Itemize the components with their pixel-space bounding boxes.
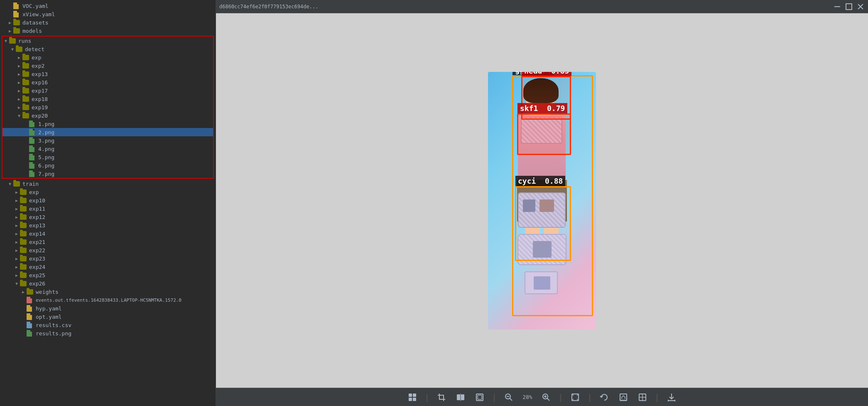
tree-item-voc-yaml[interactable]: VOC.yaml: [0, 2, 216, 10]
folder-icon: [9, 37, 17, 44]
download-button[interactable]: [664, 391, 679, 404]
tree-item-label: exp12: [29, 214, 45, 220]
expand-arrow: ▶: [13, 240, 20, 244]
folder-icon: [20, 189, 27, 195]
expand-arrow: ▶: [13, 265, 20, 269]
tree-item-weights[interactable]: ▶ weights: [0, 288, 216, 296]
expand-arrow: ▶: [16, 97, 22, 101]
folder-icon: [22, 87, 30, 94]
tree-item-label: events.out.tfevents.1642838433.LAPTOP-HC…: [36, 298, 181, 303]
zoom-out-button[interactable]: [501, 391, 517, 404]
tree-item-hyp-yaml[interactable]: hyp.yaml: [0, 304, 216, 312]
file-icon: [29, 145, 37, 152]
tree-item-train-exp13[interactable]: ▶ exp13: [0, 221, 216, 229]
tree-item-label: exp18: [32, 96, 48, 102]
folder-icon: [20, 280, 27, 287]
tree-item-results-csv[interactable]: results.csv: [0, 321, 216, 329]
tree-item-datasets[interactable]: ▶ datasets: [0, 18, 216, 27]
tree-item-7png[interactable]: 7.png: [2, 170, 213, 178]
viewer-content: gg 0.74 head 0.85 skf1 0.79 cyci 0.88: [216, 13, 868, 388]
tree-item-results-png[interactable]: results.png: [0, 329, 216, 337]
frame-button[interactable]: [472, 391, 488, 404]
resize-button[interactable]: [635, 391, 650, 404]
det-box-skf1: skf1 0.79: [517, 113, 571, 155]
grid-view-button[interactable]: [405, 391, 420, 404]
tree-item-opt-yaml[interactable]: opt.yaml: [0, 312, 216, 321]
expand-arrow: ▼: [2, 39, 9, 43]
svg-rect-25: [620, 394, 627, 401]
folder-icon: [22, 96, 30, 102]
tree-item-label: exp24: [29, 264, 45, 270]
tree-item-label: train: [22, 181, 39, 187]
tree-item-exp25[interactable]: ▶ exp25: [0, 271, 216, 279]
tree-item-exp13[interactable]: ▶ exp13: [2, 70, 213, 78]
crop-button[interactable]: [434, 391, 449, 404]
tree-item-3png[interactable]: 3.png: [2, 136, 213, 145]
svg-rect-4: [409, 394, 412, 397]
folder-icon: [27, 288, 34, 295]
tree-item-exp18[interactable]: ▶ exp18: [2, 95, 213, 103]
tree-item-models[interactable]: ▶ models: [0, 27, 216, 35]
tree-item-label: exp2: [32, 63, 44, 69]
tree-item-exp21[interactable]: ▶ exp21: [0, 238, 216, 246]
tree-item-exp11[interactable]: ▶ exp11: [0, 204, 216, 213]
tree-item-label: 5.png: [38, 154, 54, 160]
folder-icon: [22, 104, 30, 111]
fit-window-button[interactable]: [567, 391, 583, 404]
svg-rect-5: [413, 394, 416, 397]
tree-item-label: 4.png: [38, 146, 54, 152]
minimize-icon[interactable]: [833, 2, 841, 11]
file-icon: [27, 322, 34, 328]
tree-item-5png[interactable]: 5.png: [2, 153, 213, 161]
tree-item-4png[interactable]: 4.png: [2, 145, 213, 153]
tree-item-runs[interactable]: ▼ runs: [2, 37, 213, 45]
folder-icon: [20, 272, 27, 278]
tree-item-exp17[interactable]: ▶ exp17: [2, 86, 213, 95]
folder-icon: [20, 247, 27, 253]
tree-item-exp10[interactable]: ▶ exp10: [0, 196, 216, 204]
toolbar-sep-2: |: [491, 392, 498, 402]
edit-button[interactable]: [615, 391, 631, 404]
tree-item-xview-yaml[interactable]: xView.yaml: [0, 10, 216, 18]
tree-item-events[interactable]: events.out.tfevents.1642838433.LAPTOP-HC…: [0, 296, 216, 304]
tree-item-1png[interactable]: 1.png: [2, 120, 213, 128]
tree-item-exp19[interactable]: ▶ exp19: [2, 103, 213, 111]
expand-arrow: ▼: [7, 182, 13, 186]
tree-item-train-exp[interactable]: ▶ exp: [0, 188, 216, 196]
rotate-button[interactable]: [596, 391, 612, 404]
folder-icon: [20, 197, 27, 204]
tree-item-2png[interactable]: 2.png: [2, 128, 213, 136]
compare-button[interactable]: [453, 391, 468, 404]
zoom-in-button[interactable]: [538, 391, 554, 404]
tree-item-exp[interactable]: ▶ exp: [2, 53, 213, 62]
tree-item-exp23[interactable]: ▶ exp23: [0, 254, 216, 263]
tree-item-label: exp20: [32, 113, 48, 119]
folder-icon: [20, 205, 27, 212]
tree-item-exp2[interactable]: ▶ exp2: [2, 62, 213, 70]
tree-item-exp12[interactable]: ▶ exp12: [0, 213, 216, 221]
det-box-cyci: cyci 0.88: [515, 186, 571, 261]
expand-arrow: ▶: [13, 248, 20, 253]
tree-item-exp26[interactable]: ▼ exp26: [0, 279, 216, 288]
tree-item-detect[interactable]: ▼ detect: [2, 45, 213, 53]
tree-item-train[interactable]: ▼ train: [0, 180, 216, 188]
file-icon: [29, 162, 37, 169]
tree-item-exp16[interactable]: ▶ exp16: [2, 78, 213, 86]
tree-item-label: exp13: [32, 71, 48, 77]
tree-item-exp24[interactable]: ▶ exp24: [0, 263, 216, 271]
tree-item-label: opt.yaml: [36, 314, 62, 320]
close-icon[interactable]: [856, 2, 865, 11]
maximize-icon[interactable]: [845, 2, 853, 11]
viewer-title: d6860cc74ef6e2f0f779153ec694de...: [219, 4, 833, 10]
tree-item-6png[interactable]: 6.png: [2, 161, 213, 170]
tree-item-exp20[interactable]: ▼ exp20: [2, 111, 213, 120]
tree-item-label: datasets: [22, 20, 49, 26]
zoom-level-label: 28%: [520, 394, 535, 400]
folder-icon: [13, 27, 21, 34]
tree-item-label: exp14: [29, 231, 45, 237]
svg-line-19: [547, 398, 549, 401]
svg-rect-9: [461, 394, 464, 400]
folder-icon: [22, 71, 30, 77]
tree-item-exp14[interactable]: ▶ exp14: [0, 229, 216, 238]
tree-item-exp22[interactable]: ▶ exp22: [0, 246, 216, 254]
